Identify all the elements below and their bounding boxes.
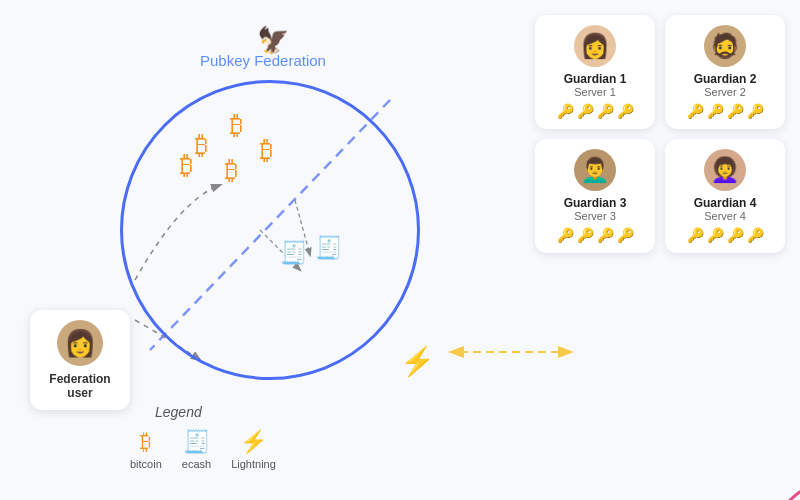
- federation-circle: [120, 80, 420, 380]
- key-icon: 🔑: [687, 103, 704, 119]
- guardian-2-avatar: 🧔: [704, 25, 746, 67]
- guardian-1-avatar: 👩: [574, 25, 616, 67]
- guardian-card-2: 🧔 Guardian 2 Server 2 🔑 🔑 🔑 🔑: [665, 15, 785, 129]
- key-icon: 🔑: [617, 103, 634, 119]
- red-federation-circle: [770, 480, 800, 500]
- guardian-card-1: 👩 Guardian 1 Server 1 🔑 🔑 🔑 🔑: [535, 15, 655, 129]
- guardian-4-name: Guardian 4: [694, 196, 757, 210]
- key-icon: 🔑: [727, 227, 744, 243]
- federation-user-card: 👩 Federation user: [30, 310, 130, 410]
- key-icon: 🔑: [707, 103, 724, 119]
- lightning-icon: ⚡: [400, 345, 435, 378]
- key-icon: 🔑: [597, 103, 614, 119]
- guardian-1-keys: 🔑 🔑 🔑 🔑: [557, 103, 634, 119]
- guardian-2-name: Guardian 2: [694, 72, 757, 86]
- guardian-3-keys: 🔑 🔑 🔑 🔑: [557, 227, 634, 243]
- federation-user-label: Federation user: [44, 372, 116, 400]
- ecash-icon-2: 🧾: [315, 235, 342, 261]
- guardian-card-3: 👨‍🦱 Guardian 3 Server 3 🔑 🔑 🔑 🔑: [535, 139, 655, 253]
- key-icon: 🔑: [707, 227, 724, 243]
- key-icon: 🔑: [617, 227, 634, 243]
- guardian-2-server: Server 2: [704, 86, 746, 98]
- guardian-card-4: 👩‍🦱 Guardian 4 Server 4 🔑 🔑 🔑 🔑: [665, 139, 785, 253]
- bitcoin-icon-2: ₿: [230, 110, 243, 141]
- legend-item-ecash: 🧾 ecash: [182, 429, 211, 470]
- key-icon: 🔑: [727, 103, 744, 119]
- legend-bitcoin-label: bitcoin: [130, 458, 162, 470]
- federation-title: Pubkey Federation: [200, 52, 326, 69]
- guardian-cards: 👩 Guardian 1 Server 1 🔑 🔑 🔑 🔑 🧔 Guardian…: [535, 15, 785, 253]
- legend-ecash-icon: 🧾: [183, 429, 210, 455]
- key-icon: 🔑: [747, 227, 764, 243]
- guardian-1-name: Guardian 1: [564, 72, 627, 86]
- guardian-3-name: Guardian 3: [564, 196, 627, 210]
- key-icon: 🔑: [687, 227, 704, 243]
- guardian-3-avatar: 👨‍🦱: [574, 149, 616, 191]
- guardian-4-keys: 🔑 🔑 🔑 🔑: [687, 227, 764, 243]
- guardian-4-avatar: 👩‍🦱: [704, 149, 746, 191]
- key-icon: 🔑: [557, 227, 574, 243]
- legend-title: Legend: [155, 404, 202, 420]
- key-icon: 🔑: [577, 227, 594, 243]
- legend-lightning-label: Lightning: [231, 458, 276, 470]
- key-icon: 🔑: [577, 103, 594, 119]
- legend-item-bitcoin: ₿ bitcoin: [130, 429, 162, 470]
- guardian-4-server: Server 4: [704, 210, 746, 222]
- ecash-icon-1: 🧾: [280, 240, 307, 266]
- legend: ₿ bitcoin 🧾 ecash ⚡ Lightning: [130, 429, 276, 470]
- bitcoin-icon-1: ₿: [195, 130, 208, 161]
- bitcoin-icon-3: ₿: [225, 155, 238, 186]
- guardian-3-server: Server 3: [574, 210, 616, 222]
- legend-lightning-icon: ⚡: [240, 429, 267, 455]
- key-icon: 🔑: [747, 103, 764, 119]
- bitcoin-icon-4: ₿: [180, 150, 193, 181]
- bitcoin-icon-5: ₿: [260, 135, 273, 166]
- legend-bitcoin-icon: ₿: [140, 429, 151, 455]
- key-icon: 🔑: [557, 103, 574, 119]
- legend-ecash-label: ecash: [182, 458, 211, 470]
- guardian-2-keys: 🔑 🔑 🔑 🔑: [687, 103, 764, 119]
- key-icon: 🔑: [597, 227, 614, 243]
- legend-item-lightning: ⚡ Lightning: [231, 429, 276, 470]
- federation-user-avatar: 👩: [57, 320, 103, 366]
- guardian-1-server: Server 1: [574, 86, 616, 98]
